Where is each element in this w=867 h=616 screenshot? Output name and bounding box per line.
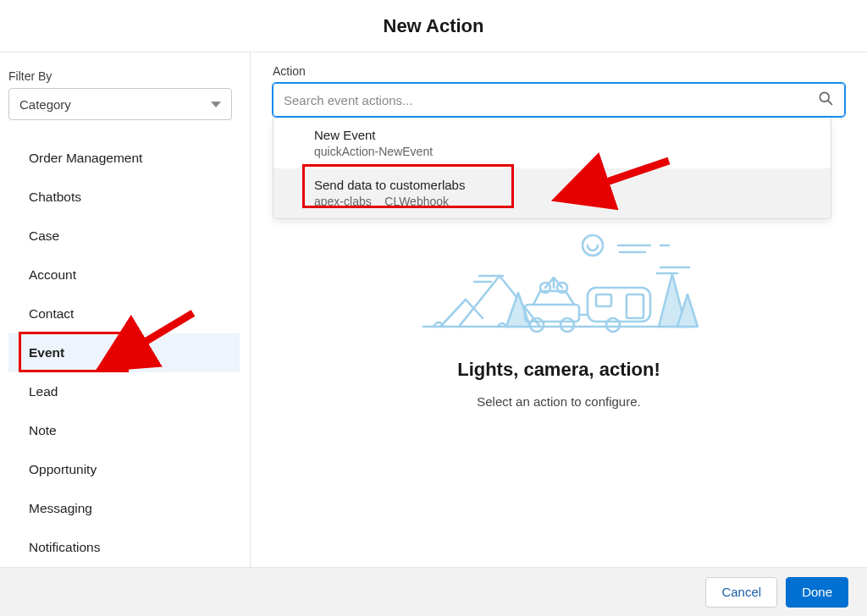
svg-point-6 <box>561 318 574 332</box>
sidebar-item-case[interactable]: Case <box>8 217 240 256</box>
action-field-label: Action <box>273 64 845 78</box>
dropdown-option-send-data[interactable]: Send data to customerlabs apex-clabs__CL… <box>273 168 831 218</box>
sidebar-item-label: Lead <box>29 384 58 399</box>
empty-state-title: Lights, camera, action! <box>457 359 660 381</box>
category-select-value: Category <box>19 97 71 112</box>
sidebar-item-event[interactable]: Event <box>8 333 240 372</box>
svg-rect-12 <box>627 294 643 318</box>
sidebar-item-chatbots[interactable]: Chatbots <box>8 178 240 217</box>
sidebar-item-lead[interactable]: Lead <box>8 372 240 411</box>
svg-point-13 <box>606 318 620 332</box>
svg-line-1 <box>828 101 831 104</box>
dropdown-option-subtitle: quickAction-NewEvent <box>314 144 817 160</box>
sidebar-item-label: Contact <box>29 306 74 322</box>
sidebar-item-label: Event <box>29 345 64 360</box>
sidebar-item-contact[interactable]: Contact <box>8 294 240 333</box>
sidebar-item-label: Account <box>29 267 76 283</box>
sidebar-item-label: Messaging <box>29 501 92 516</box>
sidebar-item-label: Note <box>29 423 57 438</box>
category-select[interactable]: Category <box>8 88 232 120</box>
sidebar-item-account[interactable]: Account <box>8 256 240 294</box>
svg-point-5 <box>530 318 544 332</box>
action-search-combobox[interactable] <box>273 83 845 117</box>
svg-point-3 <box>583 235 603 256</box>
sidebar-item-label: Case <box>29 228 59 244</box>
main-panel: Action New Event quickAction-NewEvent Se… <box>251 52 867 567</box>
sidebar-item-messaging[interactable]: Messaging <box>8 489 240 528</box>
cancel-button[interactable]: Cancel <box>705 577 777 608</box>
sidebar-item-order-management[interactable]: Order Management <box>8 139 240 178</box>
modal-footer: Cancel Done <box>0 567 867 616</box>
sidebar-item-label: Opportunity <box>29 462 97 477</box>
svg-rect-11 <box>596 294 611 306</box>
sidebar-item-note[interactable]: Note <box>8 411 240 450</box>
empty-state-subtitle: Select an action to configure. <box>477 394 640 409</box>
done-button[interactable]: Done <box>786 577 848 608</box>
modal-header: New Action <box>0 0 867 52</box>
sidebar-item-label: Notifications <box>29 540 100 555</box>
svg-point-0 <box>820 92 829 102</box>
filter-by-label: Filter By <box>8 69 240 83</box>
search-icon <box>817 90 834 110</box>
dropdown-option-new-event[interactable]: New Event quickAction-NewEvent <box>273 118 831 168</box>
chevron-down-icon <box>211 102 221 107</box>
sidebar-item-notifications[interactable]: Notifications <box>8 528 240 567</box>
empty-state-illustration <box>406 227 711 354</box>
action-search-input[interactable] <box>284 93 817 107</box>
category-list: Order Management Chatbots Case Account C… <box>8 129 240 567</box>
action-search-dropdown: New Event quickAction-NewEvent Send data… <box>273 118 831 219</box>
sidebar-item-opportunity[interactable]: Opportunity <box>8 450 240 489</box>
dropdown-option-subtitle: apex-clabs__CLWebhook <box>314 194 817 210</box>
dropdown-option-title: New Event <box>314 127 817 144</box>
dropdown-option-title: Send data to customerlabs <box>314 177 817 194</box>
modal-title: New Action <box>384 15 484 37</box>
empty-state: Lights, camera, action! Select an action… <box>273 227 845 409</box>
sidebar-item-label: Chatbots <box>29 190 81 205</box>
filter-sidebar: Filter By Category Order Management Chat… <box>0 52 251 567</box>
sidebar-item-label: Order Management <box>29 151 142 166</box>
